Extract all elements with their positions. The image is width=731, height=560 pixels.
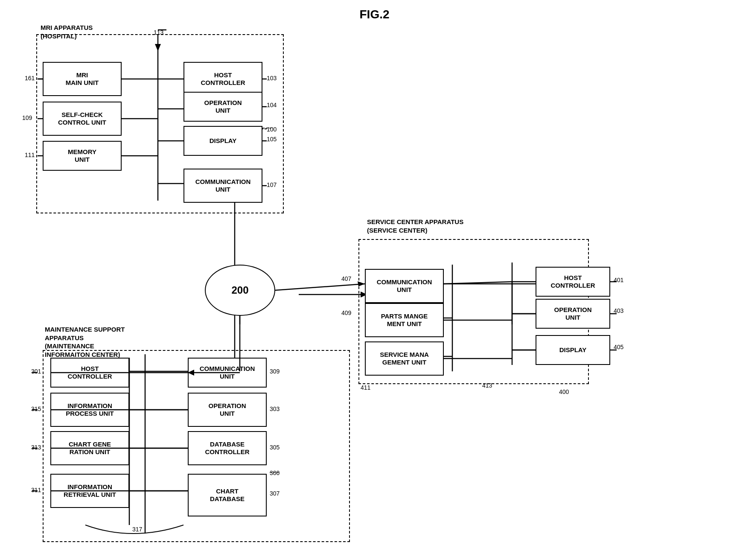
ref-105: 105 (267, 136, 277, 143)
ref-401: 401 (614, 277, 623, 283)
information-process-box: INFORMATION PROCESS UNIT (50, 393, 129, 427)
information-retrieval-box: INFORMATION RETRIEVAL UNIT (50, 474, 129, 508)
self-check-box: SELF-CHECK CONTROL UNIT (43, 102, 122, 136)
fig-title: FIG.2 (359, 8, 389, 21)
mri-region-label: MRI APPARATUS (HOSPITAL) (41, 23, 93, 40)
ref-107: 107 (267, 181, 277, 188)
service-center-label: SERVICE CENTER APPARATUS (SERVICE CENTER… (367, 218, 463, 234)
operation-unit-mri-box: OPERATION UNIT (183, 92, 262, 122)
ref-111: 111 (25, 152, 35, 158)
ref-100: 100 (267, 126, 277, 133)
ref-161: 161 (25, 75, 35, 82)
ref-413: 413 (482, 382, 492, 389)
ref-109: 109 (22, 114, 32, 121)
ref-113: 113 (154, 29, 163, 36)
operation-unit-maint-box: OPERATION UNIT (188, 393, 267, 427)
operation-unit-sc-box: OPERATION UNIT (536, 299, 610, 329)
network-label: 200 (231, 284, 248, 296)
ref-305: 305 (270, 444, 280, 451)
ref-309: 309 (270, 368, 280, 375)
comm-unit-mri-box: COMMUNICATION UNIT (183, 169, 262, 203)
comm-unit-maint-box: COMMUNICATION UNIT (188, 358, 267, 388)
comm-unit-sc-box: COMMUNICATION UNIT (365, 269, 444, 303)
ref-409: 409 (341, 309, 351, 316)
mri-main-unit-box: MRI MAIN UNIT (43, 62, 122, 96)
svg-line-50 (275, 284, 365, 290)
ref-307: 307 (270, 490, 280, 497)
ref-315: 315 (31, 405, 41, 412)
ref-407: 407 (341, 275, 351, 282)
host-controller-sc-box: HOST CONTROLLER (536, 267, 610, 297)
display-mri-box: DISPLAY (183, 126, 262, 156)
service-management-box: SERVICE MANA GEMENT UNIT (365, 341, 444, 376)
network-ellipse: 200 (205, 265, 275, 316)
host-controller-mri-box: HOST CONTROLLER (183, 62, 262, 96)
ref-301: 301 (31, 368, 41, 375)
parts-management-box: PARTS MANGE MENT UNIT (365, 303, 444, 337)
ref-300: 300 (270, 470, 280, 476)
ref-400: 400 (559, 388, 569, 395)
host-controller-maint-box: HOST CONTROLLER (50, 358, 129, 388)
ref-303: 303 (270, 405, 280, 412)
memory-unit-box: MEMORY UNIT (43, 141, 122, 171)
maintenance-label: MAINTENANCE SUPPORT APPARATUS (MAINTENAN… (45, 325, 125, 359)
ref-313: 313 (31, 444, 41, 451)
ref-317: 317 (132, 526, 142, 533)
diagram: FIG.2 MRI APPARATUS (HOSPITAL) MRI MAIN … (0, 0, 731, 560)
ref-405: 405 (614, 344, 623, 350)
ref-103: 103 (267, 75, 277, 82)
chart-database-box: CHART DATABASE (188, 474, 267, 516)
ref-403: 403 (614, 307, 623, 314)
database-controller-box: DATABASE CONTROLLER (188, 431, 267, 465)
ref-411: 411 (361, 384, 370, 391)
ref-104: 104 (267, 102, 277, 108)
display-sc-box: DISPLAY (536, 335, 610, 365)
chart-generation-box: CHART GENE RATION UNIT (50, 431, 129, 465)
ref-311: 311 (31, 487, 41, 493)
